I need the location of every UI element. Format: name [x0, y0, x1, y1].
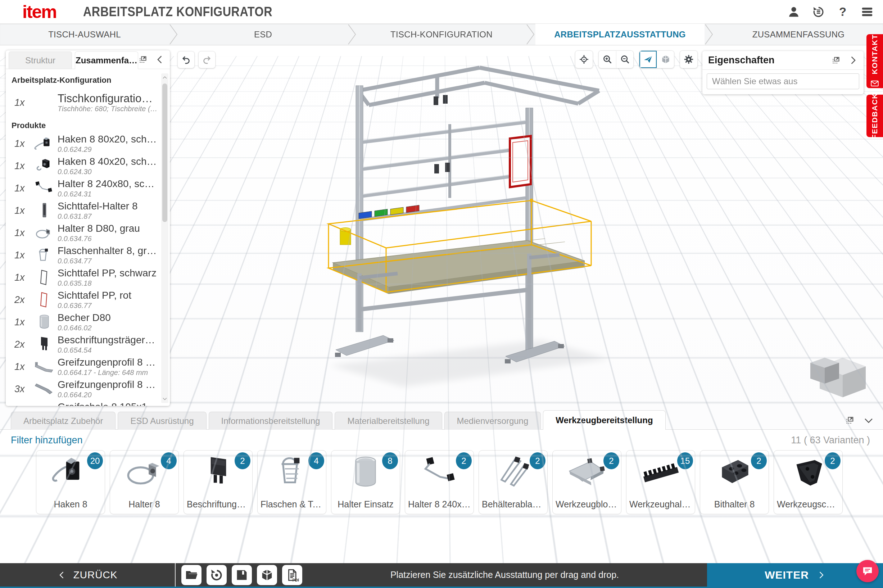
summary-item[interactable]: 1xHalter 8 240x80, schwarz0.0.624.31 — [10, 177, 157, 200]
history-icon[interactable] — [812, 5, 825, 18]
tab-werkzeugbereitstellung[interactable]: Werkzeugbereitstellung — [543, 410, 665, 430]
item-subtitle: 0.0.624.30 — [58, 168, 157, 176]
zoom-in-button[interactable] — [599, 51, 616, 68]
workbench-3d-model[interactable] — [325, 58, 613, 392]
item-quantity: 1x — [10, 272, 32, 283]
catalog-card-halter-8[interactable]: 4Halter 8 — [110, 450, 179, 514]
menu-icon[interactable] — [861, 5, 874, 18]
sidebar-tab-struktur[interactable]: Struktur — [9, 51, 72, 69]
item-title: Greifzungenprofil 8 140x… — [58, 357, 157, 368]
reset-button[interactable] — [207, 565, 227, 585]
summary-item[interactable]: 1xTischkonfiguration ETischhöhe: 680; Ti… — [10, 87, 157, 118]
summary-item[interactable]: 2xSichttafel PP, rot0.0.636.77 — [10, 289, 157, 311]
item-title: Halter 8 D80, grau — [58, 223, 157, 234]
chat-bubble-button[interactable] — [856, 560, 879, 582]
collapse-panel-icon[interactable] — [155, 55, 165, 64]
item-text: Tischkonfiguration ETischhöhe: 680; Tisc… — [56, 92, 157, 113]
summary-item[interactable]: 1xHaken 8 80x20, schwarz0.0.624.29 — [10, 132, 157, 155]
catalog-card-halter-8-240x80[interactable]: 2Halter 8 240x80 — [405, 450, 474, 514]
center-view-button[interactable] — [575, 51, 593, 68]
sidebar-scrollbar[interactable] — [161, 74, 168, 403]
item-quantity: 3x — [10, 384, 32, 395]
catalog-card-werkzeugschlitten-8[interactable]: 2Werkzeugschlitten 8 — [774, 450, 843, 514]
export-pdf-button[interactable]: PDF — [282, 565, 302, 585]
item-text: Greifschale 8 105x130, r…0.0.669.40 — [56, 401, 157, 406]
settings-button[interactable] — [680, 51, 697, 68]
properties-panel: Eigenschaften Wählen Sie etwas aus — [702, 51, 864, 94]
scroll-down-icon[interactable] — [161, 395, 168, 402]
catalog-panel: Filter hinzufügen 11 ( 63 Varianten ) 20… — [0, 429, 883, 563]
zoom-out-button[interactable] — [616, 51, 633, 68]
summary-sidebar: StrukturZusammenfa… Arbeitsplatz-Konfigu… — [6, 50, 170, 406]
properties-header: Eigenschaften — [702, 51, 864, 70]
scrollbar-thumb[interactable] — [162, 84, 167, 222]
label-carrier-icon — [32, 335, 56, 354]
item-text: Flaschenhalter 8, grau0.0.634.77 — [56, 245, 157, 265]
sidebar-tab-icons — [138, 50, 170, 69]
sidebar-tab-zusammenfa[interactable]: Zusammenfa… — [75, 51, 138, 69]
back-button[interactable]: ZURÜCK — [0, 563, 175, 586]
item-title: Tischkonfiguration E — [58, 92, 157, 105]
catalog-card-werkzeughalter[interactable]: 15Werkzeughalter — [626, 450, 695, 514]
summary-item[interactable]: 1xHaken 8 40x20, schwarz0.0.624.30 — [10, 155, 157, 177]
tab-arbeitsplatz-zubehör[interactable]: Arbeitsplatz Zubehör — [11, 412, 115, 430]
view-solid-button[interactable] — [657, 51, 674, 68]
step-separator — [705, 24, 714, 45]
hook-8-icon — [49, 454, 93, 492]
summary-item[interactable]: 1xFlaschenhalter 8, grau0.0.634.77 — [10, 244, 157, 266]
view-3d-button[interactable] — [639, 51, 657, 68]
feedback-tab[interactable]: FEEDBACK — [867, 94, 883, 137]
tab-informationsbereitstellung[interactable]: Informationsbereitstellung — [209, 412, 333, 430]
tab-materialbereitstellung[interactable]: Materialbereitstellung — [334, 412, 442, 430]
orientation-cube[interactable] — [809, 351, 867, 398]
export-3d-button[interactable] — [257, 565, 277, 585]
tab-medienversorgung[interactable]: Medienversorgung — [444, 412, 541, 430]
help-icon[interactable]: ? — [836, 5, 849, 18]
summary-item[interactable]: 1xSichttafel-Halter 80.0.631.87 — [10, 200, 157, 222]
catalog-card-haken-8[interactable]: 20Haken 8 — [36, 450, 105, 514]
summary-item[interactable]: 3xGreifzungenprofil 8 140x…0.0.664.20 — [10, 378, 157, 400]
step-esd[interactable]: ESD — [178, 24, 348, 45]
catalog-card-werkzeugblock-8[interactable]: 2Werkzeugblock 8 — [552, 450, 621, 514]
crosshair-icon — [579, 54, 589, 64]
detach-properties-icon[interactable] — [831, 56, 841, 65]
view-box-icon — [661, 54, 671, 64]
undo-button[interactable] — [177, 51, 195, 68]
catalog-card-halter-einsatz[interactable]: 8Halter Einsatz — [331, 450, 400, 514]
properties-select[interactable]: Wählen Sie etwas aus — [707, 74, 859, 89]
save-button[interactable] — [232, 565, 252, 585]
open-project-button[interactable] — [181, 565, 201, 585]
catalog-card-flaschen-tassenh[interactable]: 4Flaschen & Tassenh… — [257, 450, 326, 514]
next-button[interactable]: WEITER — [707, 563, 883, 586]
tab-esd-ausrüstung[interactable]: ESD Ausrüstung — [118, 412, 206, 430]
detach-catalog-icon[interactable] — [845, 415, 855, 425]
section-header: Produkte — [12, 121, 157, 130]
detach-panel-icon[interactable] — [138, 55, 148, 64]
add-filter-link[interactable]: Filter hinzufügen — [11, 435, 83, 446]
summary-item[interactable]: 1xGreifschale 8 105x130, r…0.0.669.40 — [10, 400, 157, 406]
catalog-card-beschriftungsträger[interactable]: 2Beschriftungsträger — [183, 450, 253, 514]
summary-list: Arbeitsplatz-Konfiguration1xTischkonfigu… — [6, 69, 170, 406]
summary-item[interactable]: 1xGreifzungenprofil 8 140x…0.0.664.17 - … — [10, 356, 157, 378]
item-text: Greifzungenprofil 8 140x…0.0.664.20 — [56, 379, 157, 399]
item-subtitle: 0.0.646.02 — [58, 324, 157, 332]
scroll-up-icon[interactable] — [161, 74, 168, 81]
step-arbeitsplatzausstattung[interactable]: ARBEITSPLATZAUSSTATTUNG — [535, 24, 705, 45]
summary-item[interactable]: 2xBeschriftungsträger Halt…0.0.654.54 — [10, 333, 157, 356]
card-label: Werkzeughalter — [629, 499, 692, 510]
item-subtitle: 0.0.664.20 — [58, 391, 157, 399]
summary-item[interactable]: 1xSichttafel PP, schwarz0.0.635.18 — [10, 266, 157, 289]
item-text: Sichttafel PP, schwarz0.0.635.18 — [56, 267, 157, 287]
summary-item[interactable]: 1xHalter 8 D80, grau0.0.634.76 — [10, 222, 157, 244]
collapse-properties-icon[interactable] — [848, 56, 858, 65]
kontakt-tab[interactable]: KONTAKT — [867, 34, 883, 88]
catalog-card-bithalter-8[interactable]: 2Bithalter 8 — [700, 450, 769, 514]
step-tisch-konfiguration[interactable]: TISCH-KONFIGURATION — [357, 24, 526, 45]
collapse-catalog-icon[interactable] — [864, 415, 874, 425]
account-icon[interactable] — [787, 5, 800, 18]
redo-button[interactable] — [198, 51, 216, 68]
summary-item[interactable]: 1xBecher D800.0.646.02 — [10, 311, 157, 333]
step-tisch-auswahl[interactable]: TISCH-AUSWAHL — [0, 24, 169, 45]
catalog-card-behälterablage-8[interactable]: 2Behälterablage 8 — [478, 450, 548, 514]
step-zusammenfassung[interactable]: ZUSAMMENFASSUNG — [714, 24, 883, 45]
